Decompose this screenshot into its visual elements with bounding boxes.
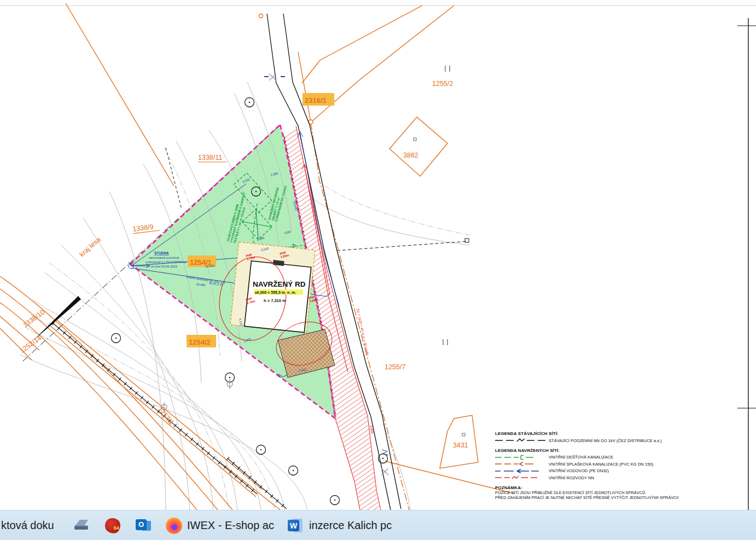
legend-note-line2: PŘED ZAHÁJENÍM PRACÍ JE NUTNÉ NECHAT SÍT… bbox=[495, 495, 706, 500]
svg-text:±0,000 = 555,5 m. n. m.: ±0,000 = 555,5 m. n. m. bbox=[255, 291, 296, 295]
word-icon: W bbox=[288, 518, 304, 533]
svg-text:h = 7,310 m: h = 7,310 m bbox=[264, 298, 286, 303]
parcel-label-1338-11: 1338/11 bbox=[198, 154, 226, 162]
parcel-label-3862: 3862 bbox=[403, 152, 418, 159]
svg-text:1338/11: 1338/11 bbox=[198, 154, 222, 161]
svg-text:STUDNA: STUDNA bbox=[154, 251, 169, 255]
svg-text:ze dne 03.06.2022: ze dne 03.06.2022 bbox=[151, 265, 177, 268]
symbol-existing-nn bbox=[495, 436, 549, 445]
scanner-icon bbox=[73, 518, 90, 534]
legend-note-line1: POZICE SÍTÍ JSOU PŘIBLIŽNÉ DLE EXISTENCÍ… bbox=[495, 490, 706, 495]
outlook-icon: O bbox=[136, 518, 152, 534]
legend-row-nn: VNITŘNÍ ROZVODY NN bbox=[495, 474, 706, 481]
taskbar-word-button[interactable]: W inzerce Kalich pc bbox=[288, 510, 392, 540]
svg-text:NAVRŽENÝ RD: NAVRŽENÝ RD bbox=[253, 280, 306, 288]
red-dimension: 4,000 bbox=[369, 425, 375, 434]
parcel-label-1255-2: 1255/2 bbox=[432, 80, 453, 88]
legend-note-title: POZNÁMKA: bbox=[495, 485, 706, 490]
legend: LEGENDA STÁVAJÍCÍCH SÍTÍ: STÁVAJÍCÍ PODZ… bbox=[495, 431, 706, 500]
svg-text:rozhodnutí č.j.70/22/ZPR/Har: rozhodnutí č.j.70/22/ZPR/Har bbox=[146, 260, 187, 264]
parcel-label-1254-2: 1254/2 bbox=[187, 335, 216, 347]
parcel-label-1338-9: 1338/9 bbox=[132, 222, 160, 234]
label-kraj-lesa: kraj lesa bbox=[78, 236, 102, 259]
screen: 2316/1 1254/1 1254/2 1255/2 3862 1255/7 … bbox=[0, 0, 756, 540]
irfanview-icon: 64 bbox=[104, 517, 121, 535]
symbol-nn-wiring bbox=[495, 473, 549, 483]
taskbar-scanner-button[interactable] bbox=[73, 510, 90, 540]
taskbar-firefox-button[interactable]: IWEX - E-shop ac bbox=[166, 510, 274, 540]
parcel-label-2316-1: 2316/1 bbox=[303, 93, 334, 106]
taskbar-outlook-button[interactable]: O bbox=[136, 510, 152, 540]
svg-text:samostatně povolená: samostatně povolená bbox=[149, 256, 179, 259]
parcel-label-3431: 3431 bbox=[453, 442, 468, 449]
taskbar-irfanview-button[interactable]: 64 bbox=[105, 510, 120, 540]
taskbar-window-partial[interactable]: ktová doku bbox=[1, 510, 54, 540]
parcel-label-1252-14: 1252/14 bbox=[19, 334, 43, 355]
legend-row-existing-nn: STÁVAJÍCÍ PODZEMNÍ NN DO 1kV (ČEZ DISTRI… bbox=[495, 437, 706, 444]
parcel-label-1338-10: 1338/10 bbox=[22, 309, 46, 329]
parcel-label-1255-7: 1255/7 bbox=[385, 363, 405, 371]
firefox-icon bbox=[166, 518, 182, 534]
svg-text:2316/1: 2316/1 bbox=[305, 96, 327, 104]
taskbar: ktová doku 64 O IWEX - E-shop ac W inzer… bbox=[0, 510, 756, 540]
svg-text:1254/2: 1254/2 bbox=[189, 338, 211, 346]
